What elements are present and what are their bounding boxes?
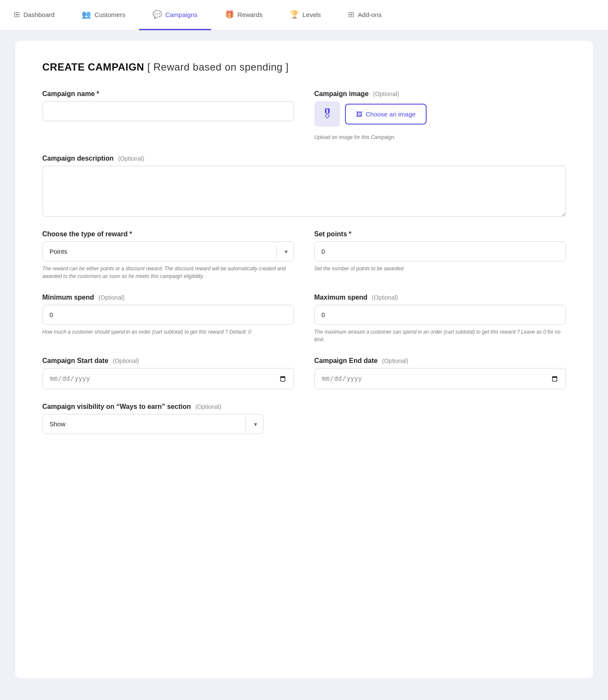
upload-icon: 🖼: [356, 111, 362, 118]
max-spend-label: Maximum spend (Optional): [314, 294, 566, 301]
campaign-name-input[interactable]: [42, 101, 294, 121]
tab-levels[interactable]: 🏆 Levels: [276, 0, 334, 30]
reward-type-select-wrapper: Points ▾: [42, 241, 294, 261]
rewards-icon: 🎁: [225, 10, 234, 19]
image-preview-box: 🎖: [314, 101, 340, 127]
medal-icon: 🎖: [321, 107, 333, 121]
start-date-label: Campaign Start date (Optional): [42, 357, 294, 365]
campaign-desc-label: Campaign description (Optional): [42, 155, 566, 162]
tab-rewards[interactable]: 🎁 Rewards: [211, 0, 276, 30]
min-spend-label: Minimum spend (Optional): [42, 294, 294, 301]
set-points-hint: Set the number of points to be awarded: [314, 265, 566, 272]
reward-type-hint: The reward can be either points or a dis…: [42, 265, 294, 280]
reward-type-select[interactable]: Points: [43, 242, 294, 261]
max-spend-hint: The maximum amount a customer can spend …: [314, 328, 566, 343]
form-row-1: Campaign name* Campaign image (Optional)…: [42, 90, 566, 141]
top-navigation: ⊞ Dashboard 👥 Customers 💬 Campaigns 🎁 Re…: [0, 0, 608, 31]
choose-image-label: Choose an image: [366, 111, 416, 118]
tab-customers-label: Customers: [94, 11, 125, 18]
end-date-group: Campaign End date (Optional): [314, 357, 566, 389]
min-spend-hint: How much a customer should spend in an o…: [42, 328, 294, 336]
tab-levels-label: Levels: [303, 11, 321, 18]
tab-campaigns-label: Campaigns: [165, 11, 198, 18]
tab-campaigns[interactable]: 💬 Campaigns: [139, 0, 211, 30]
levels-icon: 🏆: [290, 10, 299, 19]
campaigns-icon: 💬: [153, 10, 162, 19]
page-title-text: CREATE CAMPAIGN: [42, 61, 144, 73]
campaign-image-group: Campaign image (Optional) 🎖 🖼 Choose an …: [314, 90, 566, 141]
visibility-select[interactable]: Show Hide: [43, 414, 263, 434]
set-points-input[interactable]: [314, 241, 566, 261]
tab-dashboard-label: Dashboard: [23, 11, 54, 18]
set-points-label: Set points*: [314, 230, 566, 238]
tab-rewards-label: Rewards: [238, 11, 263, 18]
min-spend-group: Minimum spend (Optional) How much a cust…: [42, 294, 294, 343]
tab-dashboard[interactable]: ⊞ Dashboard: [0, 0, 68, 30]
reward-type-group: Choose the type of reward* Points ▾ The …: [42, 230, 294, 280]
tab-customers[interactable]: 👥 Customers: [68, 0, 139, 30]
form-row-4: Minimum spend (Optional) How much a cust…: [42, 294, 566, 343]
campaign-name-group: Campaign name*: [42, 90, 294, 141]
campaign-name-label: Campaign name*: [42, 90, 294, 98]
reward-type-label: Choose the type of reward*: [42, 230, 294, 238]
customers-icon: 👥: [82, 10, 91, 19]
image-upload-area: 🎖 🖼 Choose an image: [314, 101, 566, 127]
form-row-2: Campaign description (Optional): [42, 155, 566, 217]
form-row-5: Campaign Start date (Optional) Campaign …: [42, 357, 566, 389]
form-row-6: Campaign visibility on “Ways to earn” se…: [42, 403, 566, 434]
start-date-input[interactable]: [42, 368, 294, 389]
visibility-group: Campaign visibility on “Ways to earn” se…: [42, 403, 263, 434]
addons-icon: ⊞: [348, 10, 354, 19]
max-spend-input[interactable]: [314, 305, 566, 325]
select-divider: [276, 245, 277, 258]
page-title-badge: [ Reward based on spending ]: [147, 61, 289, 73]
page-title: CREATE CAMPAIGN [ Reward based on spendi…: [42, 61, 566, 73]
start-date-group: Campaign Start date (Optional): [42, 357, 294, 389]
visibility-label: Campaign visibility on “Ways to earn” se…: [42, 403, 263, 411]
tab-addons[interactable]: ⊞ Add-ons: [334, 0, 395, 30]
min-spend-input[interactable]: [42, 305, 294, 325]
tab-addons-label: Add-ons: [358, 11, 382, 18]
main-content: CREATE CAMPAIGN [ Reward based on spendi…: [15, 41, 593, 678]
end-date-label: Campaign End date (Optional): [314, 357, 566, 365]
form-row-3: Choose the type of reward* Points ▾ The …: [42, 230, 566, 280]
choose-image-button[interactable]: 🖼 Choose an image: [345, 104, 427, 125]
campaign-description-textarea[interactable]: [42, 166, 566, 217]
campaign-image-label: Campaign image (Optional): [314, 90, 566, 98]
set-points-group: Set points* Set the number of points to …: [314, 230, 566, 280]
max-spend-group: Maximum spend (Optional) The maximum amo…: [314, 294, 566, 343]
end-date-input[interactable]: [314, 368, 566, 389]
image-hint: Upload an image for this Campaign.: [314, 133, 566, 141]
select-divider-2: [246, 417, 246, 431]
dashboard-icon: ⊞: [14, 10, 20, 19]
campaign-desc-group: Campaign description (Optional): [42, 155, 566, 217]
visibility-select-wrapper: Show Hide ▾: [42, 414, 263, 434]
